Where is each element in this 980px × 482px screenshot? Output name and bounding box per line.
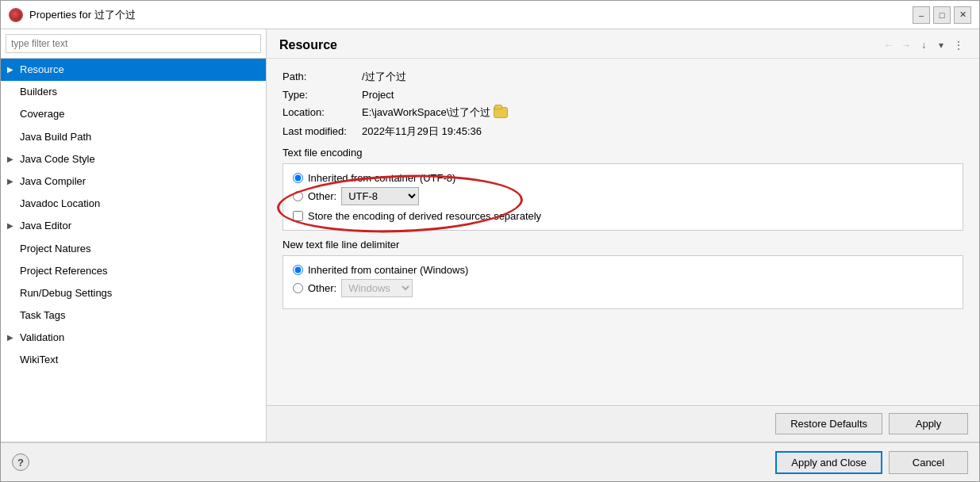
content-area: Resource ← → ↓ ▾ ⋮ Path: /过了个过 Type: [267, 29, 979, 442]
sidebar-item-java-editor[interactable]: ▶Java Editor [1, 215, 266, 237]
content-title: Resource [279, 38, 337, 52]
last-modified-label: Last modified: [282, 125, 362, 137]
sidebar-item-validation[interactable]: ▶Validation [1, 327, 266, 349]
sidebar-item-coverage[interactable]: Coverage [1, 103, 266, 125]
text-encoding-section: Inherited from container (UTF-8) Other: … [282, 163, 963, 231]
store-encoding-row: Store the encoding of derived resources … [293, 210, 953, 222]
sidebar: ▶ResourceBuildersCoverageJava Build Path… [1, 29, 267, 442]
forward-button[interactable]: → [898, 37, 914, 53]
sidebar-item-resource[interactable]: ▶Resource [1, 59, 266, 81]
line-inherited-row: Inherited from container (Windows) [293, 264, 953, 276]
other-encoding-radio[interactable] [293, 191, 303, 201]
sidebar-item-label: WikiText [20, 353, 58, 367]
inherited-encoding-radio[interactable] [293, 173, 303, 183]
location-value: E:\javaWorkSpace\过了个过 [362, 105, 490, 120]
help-button[interactable]: ? [12, 453, 29, 471]
sidebar-item-label: Task Tags [20, 308, 66, 323]
path-value: /过了个过 [362, 70, 406, 84]
other-encoding-row: Other: UTF-8UTF-16ISO-8859-1US-ASCII [293, 187, 953, 205]
sidebar-item-wikitext[interactable]: WikiText [1, 349, 266, 371]
sidebar-item-label: Coverage [20, 107, 64, 121]
sidebar-item-java-code-style[interactable]: ▶Java Code Style [1, 148, 266, 170]
more-button[interactable]: ▾ [933, 37, 949, 53]
filter-input[interactable] [6, 34, 261, 53]
sidebar-item-task-tags[interactable]: Task Tags [1, 304, 266, 327]
back-button[interactable]: ← [881, 37, 897, 53]
encoding-select[interactable]: UTF-8UTF-16ISO-8859-1US-ASCII [341, 187, 419, 205]
sidebar-item-run-debug-settings[interactable]: Run/Debug Settings [1, 282, 266, 304]
other-encoding-text: Other: [308, 190, 336, 202]
path-row: Path: /过了个过 [282, 70, 963, 84]
location-row: Location: E:\javaWorkSpace\过了个过 [282, 105, 963, 120]
title-bar-left: Properties for 过了个过 [9, 8, 136, 22]
arrow-icon: ▶ [7, 64, 17, 75]
sidebar-item-label: Java Editor [20, 219, 71, 233]
sidebar-item-label: Validation [20, 331, 64, 345]
restore-defaults-button[interactable]: Restore Defaults [775, 413, 882, 434]
close-button[interactable]: ✕ [954, 6, 971, 24]
cancel-button[interactable]: Cancel [889, 451, 968, 474]
line-inherited-radio[interactable] [293, 265, 303, 275]
folder-icon[interactable] [494, 107, 508, 118]
line-select[interactable]: WindowsUnixMac [341, 279, 413, 297]
sidebar-item-project-references[interactable]: Project References [1, 260, 266, 282]
line-other-radio[interactable] [293, 283, 303, 293]
minimize-button[interactable]: – [913, 6, 930, 24]
line-inherited-label: Inherited from container (Windows) [308, 264, 468, 276]
bottom-action-bar: Restore Defaults Apply [267, 405, 979, 442]
title-bar: Properties for 过了个过 – □ ✕ [1, 1, 979, 29]
type-label: Type: [282, 89, 362, 101]
text-encoding-label: Text file encoding [282, 147, 963, 159]
bottom-btns: Apply and Close Cancel [775, 451, 968, 474]
sidebar-item-label: Java Compiler [20, 174, 86, 189]
line-other-text: Other: [308, 282, 336, 294]
location-label: Location: [282, 106, 362, 118]
sidebar-item-label: Project References [20, 264, 108, 278]
sidebar-item-builders[interactable]: Builders [1, 81, 266, 103]
sidebar-item-label: Java Code Style [20, 152, 95, 166]
sidebar-item-java-compiler[interactable]: ▶Java Compiler [1, 170, 266, 193]
arrow-icon: ▶ [7, 332, 17, 343]
content-body: Path: /过了个过 Type: Project Location: E:\j… [267, 59, 979, 405]
type-row: Type: Project [282, 89, 963, 101]
dialog-bottom-bar: ? Apply and Close Cancel [1, 442, 979, 481]
maximize-button[interactable]: □ [933, 6, 951, 24]
sidebar-item-label: Builders [20, 85, 57, 99]
arrow-icon: ▶ [7, 154, 17, 165]
arrow-icon: ▶ [7, 220, 17, 231]
line-delimiter-section: Inherited from container (Windows) Other… [282, 255, 963, 309]
sidebar-item-label: Java Build Path [20, 130, 91, 144]
properties-dialog: Properties for 过了个过 – □ ✕ ▶ResourceBuild… [0, 0, 980, 482]
apply-and-close-button[interactable]: Apply and Close [775, 451, 882, 474]
down-button[interactable]: ↓ [916, 37, 932, 53]
sidebar-item-label: Resource [20, 63, 64, 77]
line-delimiter-label: New text file line delimiter [282, 239, 963, 251]
arrow-icon: ▶ [7, 176, 17, 187]
window-controls: – □ ✕ [913, 6, 971, 24]
eclipse-icon [9, 8, 23, 22]
last-modified-row: Last modified: 2022年11月29日 19:45:36 [282, 124, 963, 139]
sidebar-item-javadoc-location[interactable]: Javadoc Location [1, 193, 266, 215]
apply-button[interactable]: Apply [889, 413, 968, 434]
main-content: ▶ResourceBuildersCoverageJava Build Path… [1, 29, 979, 442]
filter-box [1, 29, 266, 59]
nav-list: ▶ResourceBuildersCoverageJava Build Path… [1, 59, 266, 442]
line-other-row: Other: WindowsUnixMac [293, 279, 953, 297]
menu-button[interactable]: ⋮ [951, 37, 967, 53]
store-encoding-label: Store the encoding of derived resources … [308, 210, 541, 222]
type-value: Project [362, 89, 394, 101]
sidebar-item-label: Project Natures [20, 242, 91, 256]
header-nav-icons: ← → ↓ ▾ ⋮ [881, 37, 967, 53]
sidebar-item-label: Javadoc Location [20, 197, 100, 211]
inherited-encoding-row: Inherited from container (UTF-8) [293, 172, 953, 184]
location-value-group: E:\javaWorkSpace\过了个过 [362, 105, 508, 120]
last-modified-value: 2022年11月29日 19:45:36 [362, 124, 482, 139]
sidebar-item-project-natures[interactable]: Project Natures [1, 238, 266, 260]
inherited-encoding-label: Inherited from container (UTF-8) [308, 172, 455, 184]
content-header: Resource ← → ↓ ▾ ⋮ [267, 29, 979, 59]
store-encoding-checkbox[interactable] [293, 211, 303, 221]
sidebar-item-java-build-path[interactable]: Java Build Path [1, 126, 266, 148]
sidebar-item-label: Run/Debug Settings [20, 286, 112, 300]
dialog-title: Properties for 过了个过 [29, 8, 136, 22]
path-label: Path: [282, 71, 362, 82]
